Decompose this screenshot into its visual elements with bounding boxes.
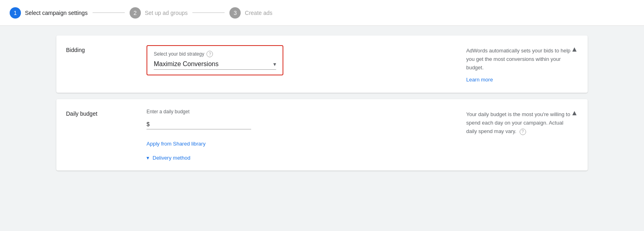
step-3-label: Create ads <box>245 10 272 16</box>
step-1-label: Select campaign settings <box>25 10 88 16</box>
bid-strategy-value: Maximize Conversions <box>154 60 219 68</box>
step-2: 2 Set up ad groups <box>130 7 188 19</box>
bidding-description: AdWords automatically sets your bids to … <box>450 45 571 83</box>
budget-input-field[interactable] <box>153 121 242 127</box>
daily-budget-description: Your daily budget is the most you're wil… <box>450 109 571 135</box>
apply-shared-library-link[interactable]: Apply from Shared library <box>147 141 450 147</box>
daily-budget-description-text: Your daily budget is the most you're wil… <box>466 110 571 135</box>
bidding-card: Bidding Select your bid strategy ? Maxim… <box>56 35 588 93</box>
step-2-label: Set up ad groups <box>145 10 188 16</box>
budget-input-label: Enter a daily budget <box>147 109 450 114</box>
delivery-method-chevron-icon: ▾ <box>147 155 149 161</box>
bid-strategy-box[interactable]: Select your bid strategy ? Maximize Conv… <box>147 45 283 75</box>
daily-budget-content: Enter a daily budget $ Apply from Shared… <box>147 109 450 161</box>
step-1-circle: 1 <box>10 7 21 19</box>
step-2-circle: 2 <box>130 7 141 19</box>
step-3-circle: 3 <box>229 7 241 19</box>
step-connector-2 <box>192 12 225 13</box>
bid-strategy-select[interactable]: Maximize Conversions ▾ <box>154 60 276 70</box>
bidding-content: Select your bid strategy ? Maximize Conv… <box>147 45 450 75</box>
delivery-method-row[interactable]: ▾ Delivery method <box>147 155 450 161</box>
stepper-bar: 1 Select campaign settings 2 Set up ad g… <box>0 0 644 26</box>
daily-budget-card: Daily budget Enter a daily budget $ Appl… <box>56 99 588 171</box>
bid-strategy-help-icon[interactable]: ? <box>206 51 213 57</box>
bidding-description-text: AdWords automatically sets your bids to … <box>466 47 571 72</box>
bidding-section-label: Bidding <box>66 45 147 53</box>
delivery-method-link[interactable]: Delivery method <box>153 155 190 161</box>
daily-budget-collapse-icon[interactable]: ▲ <box>571 109 578 117</box>
bidding-collapse-icon[interactable]: ▲ <box>571 45 578 54</box>
bid-strategy-dropdown-arrow[interactable]: ▾ <box>273 61 276 67</box>
learn-more-link[interactable]: Learn more <box>466 77 493 83</box>
main-content: Bidding Select your bid strategy ? Maxim… <box>0 26 644 180</box>
currency-symbol: $ <box>147 121 150 127</box>
daily-budget-help-icon[interactable]: ? <box>520 129 526 135</box>
budget-input-row: $ <box>147 121 251 129</box>
daily-budget-section-label: Daily budget <box>66 109 147 117</box>
step-1: 1 Select campaign settings <box>10 7 88 19</box>
step-connector-1 <box>93 12 125 13</box>
step-3: 3 Create ads <box>229 7 272 19</box>
bid-strategy-label: Select your bid strategy ? <box>154 51 276 57</box>
